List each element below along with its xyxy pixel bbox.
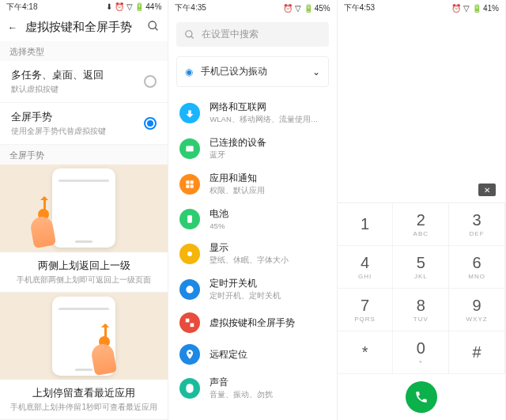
setting-icon	[179, 209, 200, 229]
setting-subtitle: 定时开机、定时关机	[210, 291, 325, 301]
status-bar: 下午4:35 ⏰ ▽ 🔋45%	[168, 0, 336, 16]
radio-icon[interactable]	[144, 117, 157, 130]
gesture-caption-2: 上划停留查看最近应用手机底部上划并停留1秒即可查看最近应用	[0, 380, 168, 420]
header: ← 虚拟按键和全屏手势	[0, 13, 168, 41]
section-label: 全屏手势	[0, 145, 168, 165]
dial-key-6[interactable]: 6MNO	[449, 246, 505, 289]
setting-icon	[179, 138, 200, 159]
dial-key-1[interactable]: 1	[338, 203, 394, 246]
search-icon[interactable]	[147, 20, 160, 35]
dial-display: ✕	[338, 16, 505, 202]
svg-line-1	[155, 28, 157, 30]
svg-rect-12	[186, 319, 190, 323]
svg-point-2	[186, 30, 192, 36]
status-bar: 下午4:18 ⬇ ⏰ ▽ 🔋44%	[0, 0, 168, 13]
setting-title: 网络和互联网	[210, 100, 325, 114]
status-time: 下午4:53	[344, 2, 452, 13]
vibrate-banner[interactable]: ◉ 手机已设为振动 ⌄	[176, 56, 328, 87]
banner-text: 手机已设为振动	[201, 65, 304, 78]
settings-item[interactable]: 显示壁纸、休眠、字体大小	[168, 236, 336, 271]
chevron-down-icon[interactable]: ⌄	[312, 66, 320, 78]
keypad: 12ABC3DEF4GHI5JKL6MNO7PQRS8TUV9WXYZ*0+#	[338, 202, 505, 374]
phone-gestures: 下午4:18 ⬇ ⏰ ▽ 🔋44% ← 虚拟按键和全屏手势 选择类型 多任务、桌…	[0, 0, 168, 420]
status-time: 下午4:35	[175, 2, 283, 13]
setting-title: 虚拟按键和全屏手势	[210, 316, 325, 330]
setting-icon	[179, 103, 200, 123]
svg-rect-13	[191, 324, 194, 327]
status-icons: ⏰ ▽ 🔋41%	[451, 4, 499, 13]
svg-rect-9	[187, 215, 192, 222]
opt-multitask[interactable]: 多任务、桌面、返回默认虚拟按键	[0, 61, 168, 103]
setting-title: 定时开关机	[210, 277, 325, 290]
call-bar	[338, 374, 505, 420]
setting-subtitle: 音量、振动、勿扰	[210, 390, 325, 400]
dial-key-*[interactable]: *	[338, 331, 394, 374]
settings-item[interactable]: 声音音量、振动、勿扰	[168, 370, 336, 406]
setting-subtitle: 45%	[210, 221, 325, 230]
search-icon	[184, 29, 195, 40]
svg-point-0	[149, 21, 156, 28]
settings-item[interactable]: 已连接的设备蓝牙	[168, 131, 336, 166]
svg-rect-6	[191, 180, 194, 184]
svg-point-10	[187, 252, 192, 256]
setting-title: 远程定位	[210, 348, 325, 361]
vibrate-icon: ◉	[185, 66, 193, 78]
svg-point-14	[189, 352, 191, 354]
settings-item[interactable]: 定时开关机定时开机、定时关机	[168, 271, 336, 307]
dial-key-4[interactable]: 4GHI	[338, 246, 394, 289]
status-icons: ⏰ ▽ 🔋45%	[283, 4, 330, 13]
setting-title: 已连接的设备	[210, 136, 325, 149]
setting-subtitle: 权限、默认应用	[210, 186, 325, 196]
setting-title: 电池	[210, 207, 325, 221]
section-label: 选择类型	[0, 41, 168, 61]
status-bar: 下午4:53 ⏰ ▽ 🔋41%	[338, 0, 505, 16]
svg-rect-8	[191, 184, 194, 187]
gesture-illustration-1	[0, 165, 168, 252]
svg-line-3	[191, 36, 194, 38]
phone-settings: 下午4:35 ⏰ ▽ 🔋45% 在设置中搜索 ◉ 手机已设为振动 ⌄ 网络和互联…	[168, 0, 337, 420]
settings-item[interactable]: 网络和互联网WLAN、移动网络、流量使用、热点	[168, 95, 336, 131]
back-icon[interactable]: ←	[8, 22, 17, 33]
radio-icon[interactable]	[144, 75, 157, 88]
page-title: 虚拟按键和全屏手势	[25, 20, 139, 35]
setting-icon	[179, 279, 200, 300]
setting-subtitle: 蓝牙	[210, 150, 325, 161]
settings-item[interactable]: 远程定位	[168, 339, 336, 370]
svg-rect-7	[187, 184, 190, 187]
dial-key-3[interactable]: 3DEF	[449, 203, 505, 246]
call-button[interactable]	[406, 381, 437, 413]
dial-key-8[interactable]: 8TUV	[393, 289, 449, 331]
setting-subtitle: WLAN、移动网络、流量使用、热点	[210, 115, 325, 125]
search-placeholder: 在设置中搜索	[202, 28, 259, 41]
setting-icon	[179, 344, 200, 365]
phone-icon	[414, 390, 429, 404]
opt-fullscreen[interactable]: 全屏手势使用全屏手势代替虚拟按键	[0, 103, 168, 145]
svg-rect-5	[187, 180, 190, 184]
setting-subtitle: 壁纸、休眠、字体大小	[210, 255, 325, 266]
search-input[interactable]: 在设置中搜索	[176, 22, 328, 47]
svg-rect-4	[187, 146, 194, 151]
setting-title: 显示	[210, 241, 325, 255]
setting-icon	[179, 174, 200, 195]
setting-title: 声音	[210, 376, 325, 389]
setting-icon	[179, 312, 200, 333]
backspace-icon[interactable]: ✕	[478, 184, 496, 196]
gesture-caption-1: 两侧上划返回上一级手机底部两侧上划即可返回上一级页面	[0, 252, 168, 293]
dial-key-0[interactable]: 0+	[393, 331, 449, 374]
setting-icon	[179, 244, 200, 264]
dial-key-#[interactable]: #	[449, 331, 505, 374]
dial-key-2[interactable]: 2ABC	[393, 203, 449, 246]
settings-item[interactable]: 应用和通知权限、默认应用	[168, 166, 336, 202]
phone-dialer: 下午4:53 ⏰ ▽ 🔋41% ✕ 12ABC3DEF4GHI5JKL6MNO7…	[338, 0, 506, 420]
dial-key-5[interactable]: 5JKL	[393, 246, 449, 289]
settings-list: 网络和互联网WLAN、移动网络、流量使用、热点已连接的设备蓝牙应用和通知权限、默…	[168, 95, 336, 406]
status-icons: ⬇ ⏰ ▽ 🔋44%	[106, 2, 161, 11]
dial-key-7[interactable]: 7PQRS	[338, 289, 394, 331]
settings-item[interactable]: 虚拟按键和全屏手势	[168, 307, 336, 339]
dial-key-9[interactable]: 9WXYZ	[449, 289, 505, 331]
settings-item[interactable]: 电池45%	[168, 202, 336, 236]
gesture-illustration-2	[0, 293, 168, 380]
setting-icon	[179, 378, 200, 399]
setting-title: 应用和通知	[210, 172, 325, 185]
status-time: 下午4:18	[6, 2, 106, 13]
